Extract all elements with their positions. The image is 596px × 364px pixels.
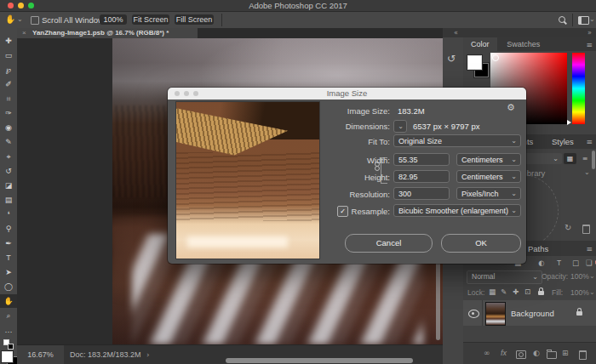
fill-screen-button[interactable]: Fill Screen (175, 14, 214, 25)
workspace-switcher-icon[interactable] (578, 16, 589, 25)
opacity-value[interactable]: 100% (570, 272, 589, 281)
cancel-button[interactable]: Cancel (345, 234, 433, 253)
height-value: 82.95 (398, 173, 418, 181)
styles-panel-menu-icon[interactable]: ≡ (586, 138, 593, 146)
tab-paths[interactable]: Paths (528, 244, 548, 253)
tool-lasso[interactable]: ℘ (0, 63, 17, 77)
tool-quick-selection[interactable]: ✐ (0, 77, 17, 91)
layer-row-background[interactable]: Background (463, 300, 596, 326)
search-icon[interactable] (559, 16, 565, 23)
fill-value[interactable]: 100% (570, 288, 589, 297)
canvas-horizontal-scrollbar[interactable] (226, 358, 413, 363)
tool-gradient[interactable]: ▤ (0, 193, 17, 207)
tool-ellipse-shape[interactable]: ◯ (0, 280, 17, 293)
dialog-title: Image Size (168, 88, 526, 98)
fill-chevron-icon[interactable]: ⌄ (589, 288, 595, 296)
filter-adjustment-layers-icon[interactable]: ◐ (538, 258, 544, 268)
tool-eyedropper[interactable]: ✑ (0, 106, 17, 120)
delete-layer-icon[interactable] (579, 350, 587, 360)
tab-styles[interactable]: Styles (552, 137, 574, 146)
height-unit-select[interactable]: Centimeters ⌄ (456, 170, 521, 183)
tool-pen[interactable]: ✒ (0, 236, 17, 250)
dialog-titlebar[interactable]: Image Size (168, 88, 526, 100)
history-panel-icon[interactable]: ↺ (447, 53, 456, 65)
tab-close-icon[interactable]: × (22, 28, 26, 38)
status-zoom-level[interactable]: 16.67% (17, 345, 64, 364)
libraries-scrollbar[interactable] (592, 151, 595, 169)
grid-view-icon[interactable]: ▦ (564, 153, 576, 164)
new-layer-icon[interactable]: ⊞ (562, 348, 569, 358)
resolution-unit-select[interactable]: Pixels/Inch ⌄ (456, 187, 521, 200)
library-delete-icon[interactable] (582, 225, 590, 234)
new-group-icon[interactable] (547, 351, 557, 359)
layer-style-fx-icon[interactable]: fx (501, 348, 507, 358)
status-expand-icon[interactable]: › (146, 345, 150, 364)
tool-preset-chevron-icon[interactable]: ⌄ (17, 15, 23, 23)
library-sync-icon[interactable]: ↻ (564, 223, 571, 232)
tool-clone-stamp[interactable]: ⌖ (0, 150, 17, 163)
list-view-icon[interactable]: ≡ (579, 153, 591, 164)
tool-rectangular-marquee[interactable]: ▭ (0, 48, 17, 62)
layer-visibility-eye-icon[interactable] (468, 310, 479, 318)
color-panel-header: Color Swatches ≡ (463, 37, 596, 51)
tool-edit-toolbar[interactable]: … (0, 323, 17, 337)
resolution-input[interactable]: 300 (393, 187, 450, 200)
foreground-color-chip[interactable] (467, 55, 482, 70)
lock-all-icon[interactable] (538, 291, 544, 295)
foreground-color-swatch[interactable] (2, 351, 13, 362)
document-tab[interactable]: × YanZhang-Image1.psb @ 16.7% (RGB/8*) * (17, 28, 198, 38)
collapse-strip-icon[interactable]: « (454, 28, 458, 37)
ok-button[interactable]: OK (441, 234, 521, 253)
library-chevron-icon[interactable]: ⌄ (584, 168, 590, 176)
tab-swatches[interactable]: Swatches (499, 37, 547, 51)
layer-thumbnail[interactable] (485, 302, 506, 326)
hue-slider[interactable] (572, 53, 585, 124)
default-colors-bg-icon[interactable] (8, 344, 14, 350)
paths-panel-menu-icon[interactable]: ≡ (586, 245, 593, 253)
tab-color[interactable]: Color (463, 37, 497, 51)
tool-crop[interactable]: ⌗ (0, 92, 17, 105)
saturation-picker-handle[interactable] (492, 54, 499, 61)
hue-slider-marker[interactable] (567, 120, 571, 125)
dialog-gear-icon[interactable]: ⚙ (507, 102, 515, 113)
layer-name[interactable]: Background (511, 309, 554, 318)
link-layers-icon[interactable]: ∞ (484, 348, 490, 358)
opacity-chevron-icon[interactable]: ⌄ (589, 272, 595, 280)
height-input[interactable]: 82.95 (393, 170, 450, 183)
new-adjustment-layer-icon[interactable]: ◐ (533, 348, 540, 358)
collapse-dock-icon[interactable]: » (587, 28, 592, 37)
resample-select[interactable]: Bicubic Smoother (enlargement) ⌄ (393, 204, 521, 217)
tool-dodge[interactable]: ⚲ (0, 222, 17, 236)
lock-paint-icon[interactable]: ✎ (501, 287, 507, 296)
app-title: Adobe Photoshop CC 2017 (0, 1, 596, 10)
workspace-chevron-icon[interactable]: ⌄ (589, 15, 595, 23)
width-unit-select[interactable]: Centimeters ⌄ (456, 153, 521, 166)
tool-eraser[interactable]: ◪ (0, 179, 17, 192)
tool-move[interactable]: ✚ (0, 34, 17, 48)
fit-screen-button[interactable]: Fit Screen (132, 14, 169, 25)
zoom-100-button[interactable]: 100% (100, 14, 127, 25)
width-input[interactable]: 55.35 (393, 153, 450, 166)
tool-path-selection[interactable]: ➤ (0, 265, 17, 279)
add-layer-mask-icon[interactable] (516, 350, 526, 359)
tool-blur[interactable]: ❛ (0, 208, 17, 221)
tool-zoom[interactable]: ⌕ (0, 309, 17, 322)
tool-spot-healing-brush[interactable]: ◉ (0, 121, 17, 134)
tool-type[interactable]: T (0, 251, 17, 264)
tool-history-brush[interactable]: ↺ (0, 164, 17, 178)
fit-to-select[interactable]: Original Size ⌄ (393, 134, 521, 147)
color-panel-menu-icon[interactable]: ≡ (586, 41, 593, 49)
image-preview[interactable] (176, 102, 319, 259)
layer-locked-icon[interactable] (576, 311, 582, 316)
lock-transparency-icon[interactable]: ▦ (489, 287, 496, 296)
tool-brush[interactable]: ✎ (0, 135, 17, 149)
blend-mode-select[interactable]: Normal ⌄ (467, 270, 542, 284)
lock-position-icon[interactable]: ✚ (513, 287, 519, 296)
filter-smart-object-icon[interactable]: ❏ (586, 258, 593, 268)
lock-artboard-icon[interactable]: ⊡ (524, 287, 530, 296)
filter-type-layers-icon[interactable]: T (557, 258, 561, 268)
filter-shape-layers-icon[interactable]: □ (572, 258, 579, 268)
tool-hand[interactable]: ✋ (0, 294, 17, 308)
dimensions-unit-button[interactable]: ⌄ (393, 120, 407, 133)
scroll-all-windows-checkbox[interactable] (31, 16, 39, 25)
